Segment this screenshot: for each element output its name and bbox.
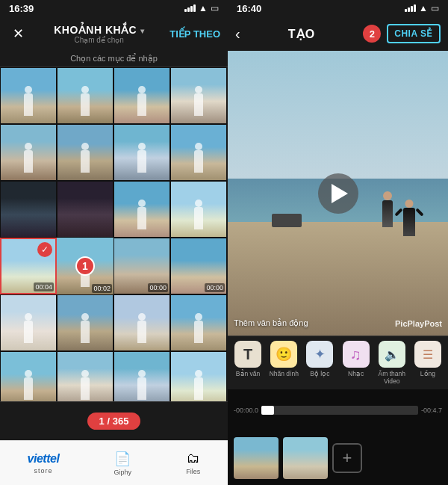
wifi-icon: ▲: [199, 3, 208, 13]
viettel-text: viettel: [28, 452, 60, 466]
timeline-start: -00:00.0: [234, 407, 258, 414]
photo-cell[interactable]: [113, 181, 170, 238]
tool-bo-loc[interactable]: ✦ Bộ lọc: [302, 341, 337, 385]
chevron-down-icon: ▾: [140, 27, 145, 35]
video-overlay-text: Thêm văn bản động: [234, 318, 308, 328]
tool-long[interactable]: ☰ Lồng: [411, 341, 445, 385]
video-scene: Thêm văn bản động PicPlayPost: [228, 51, 448, 336]
tool-nhan-dinh[interactable]: 🙂 Nhãn dính: [267, 341, 301, 385]
filmstrip-thumb-2[interactable]: [283, 437, 328, 479]
check-circle: ✓: [37, 242, 52, 257]
right-status-icons: ▲ ▭: [405, 3, 439, 13]
photo-cell[interactable]: [170, 294, 227, 351]
photo-cell-with-badge[interactable]: 00:02 1: [57, 238, 113, 294]
photo-cell[interactable]: [57, 67, 113, 124]
right-status-bar: 16:40 ▲ ▭: [228, 0, 448, 16]
photo-row: [0, 181, 228, 238]
photo-grid: ✓ 00:04 00:02 1 00:00 00:00: [0, 67, 228, 401]
photo-cell[interactable]: 00:00: [170, 238, 227, 294]
duration-label: 00:04: [34, 282, 54, 291]
photo-cell[interactable]: [0, 124, 57, 181]
photo-cell[interactable]: [170, 124, 227, 181]
photo-cell[interactable]: [57, 181, 113, 238]
toolbar-row: T Bản văn 🙂 Nhãn dính ✦ Bộ lọc ♫ Nhạc 🔈 …: [228, 336, 448, 389]
photo-cell[interactable]: [0, 294, 57, 351]
battery-icon: ▭: [211, 3, 219, 13]
back-button[interactable]: ‹: [235, 25, 240, 43]
store-text: store: [34, 467, 52, 475]
signal-icon-right: [405, 4, 416, 12]
duration-label: 00:00: [205, 283, 225, 292]
bo-loc-icon: ✦: [306, 341, 333, 368]
photo-cell[interactable]: [170, 351, 227, 401]
tool-ban-van[interactable]: T Bản văn: [231, 341, 265, 385]
left-header: ✕ KHOẢNH KHẮC ▾ Chạm để chọn TIẾP THEO: [0, 16, 228, 51]
choose-label: Chọn các mục để nhập: [0, 51, 228, 67]
nhac-icon: ♫: [343, 341, 370, 368]
bottom-nav: viettel store 📄 Giphy 🗂 Files: [0, 440, 228, 485]
wifi-icon-right: ▲: [419, 3, 428, 13]
nav-item-giphy[interactable]: 📄 Giphy: [114, 451, 132, 476]
photo-cell[interactable]: [113, 294, 170, 351]
tool-nhan-dinh-label: Nhãn dính: [270, 370, 299, 377]
left-time: 16:39: [9, 3, 34, 14]
tool-bo-loc-label: Bộ lọc: [310, 370, 329, 377]
photo-cell[interactable]: [113, 67, 170, 124]
files-icon: 🗂: [187, 451, 200, 466]
long-icon: ☰: [414, 341, 441, 368]
photo-row: ✓ 00:04 00:02 1 00:00 00:00: [0, 238, 228, 294]
left-panel: 16:39 ▲ ▭ ✕ KHOẢNH KHẮC ▾ Chạm đ: [0, 0, 228, 485]
photo-cell[interactable]: [170, 181, 227, 238]
close-button[interactable]: ✕: [7, 25, 28, 42]
duration-label: 00:00: [148, 283, 168, 292]
photo-cell[interactable]: [113, 351, 170, 401]
nav-files-label: Files: [186, 468, 200, 475]
nhan-dinh-icon: 🙂: [270, 341, 297, 368]
photo-cell[interactable]: 00:00: [113, 238, 170, 294]
tiep-theo-button[interactable]: TIẾP THEO: [169, 28, 220, 40]
photo-row: [0, 351, 228, 401]
filmstrip-area: +: [228, 431, 448, 485]
tool-am-thanh[interactable]: 🔈 Âm thanh Video: [375, 341, 409, 385]
tool-nhac-label: Nhạc: [348, 370, 364, 377]
video-preview: Thêm văn bản động PicPlayPost: [228, 51, 448, 336]
play-triangle-icon: [332, 184, 348, 203]
photo-row: [0, 67, 228, 124]
photo-cell[interactable]: [113, 124, 170, 181]
scene-bike: [272, 214, 302, 227]
photo-cell[interactable]: [0, 181, 57, 238]
play-button[interactable]: [318, 173, 358, 214]
battery-icon-right: ▭: [431, 3, 439, 13]
step-1-badge: 1: [75, 256, 95, 276]
scene-person2: [403, 208, 415, 236]
tool-long-label: Lồng: [420, 370, 435, 377]
timeline-progress: [261, 406, 274, 415]
video-watermark: PicPlayPost: [395, 319, 442, 328]
photo-cell[interactable]: [57, 124, 113, 181]
count-badge[interactable]: 1 / 365: [87, 413, 141, 430]
timeline-area: -00:00.0 -00:4.7: [228, 389, 448, 431]
right-header: ‹ TẠO 2 CHIA SẺ: [228, 16, 448, 51]
filmstrip-thumb-1[interactable]: [234, 437, 279, 479]
photo-row: [0, 294, 228, 351]
left-status-icons: ▲ ▭: [184, 3, 219, 13]
tool-am-thanh-label: Âm thanh Video: [375, 370, 409, 385]
add-clip-button[interactable]: +: [332, 443, 362, 473]
tool-ban-van-label: Bản văn: [236, 370, 260, 377]
nav-item-files[interactable]: 🗂 Files: [186, 451, 200, 475]
timeline-end: -00:4.7: [421, 407, 442, 414]
photo-cell[interactable]: [170, 67, 227, 124]
photo-row: [0, 124, 228, 181]
right-panel: 16:40 ▲ ▭ ‹ TẠO 2 CHIA SẺ: [228, 0, 448, 485]
nav-item-viettel[interactable]: viettel store: [28, 452, 60, 475]
photo-cell[interactable]: [57, 351, 113, 401]
photo-cell[interactable]: [0, 351, 57, 401]
photo-cell[interactable]: [57, 294, 113, 351]
tool-nhac[interactable]: ♫ Nhạc: [339, 341, 373, 385]
photo-cell-selected[interactable]: ✓ 00:04: [0, 238, 57, 294]
timeline-bar[interactable]: [261, 406, 418, 415]
photo-cell[interactable]: [0, 67, 57, 124]
scene-person: [382, 200, 393, 227]
nav-giphy-label: Giphy: [114, 469, 132, 476]
chia-se-button[interactable]: CHIA SẺ: [387, 24, 441, 43]
